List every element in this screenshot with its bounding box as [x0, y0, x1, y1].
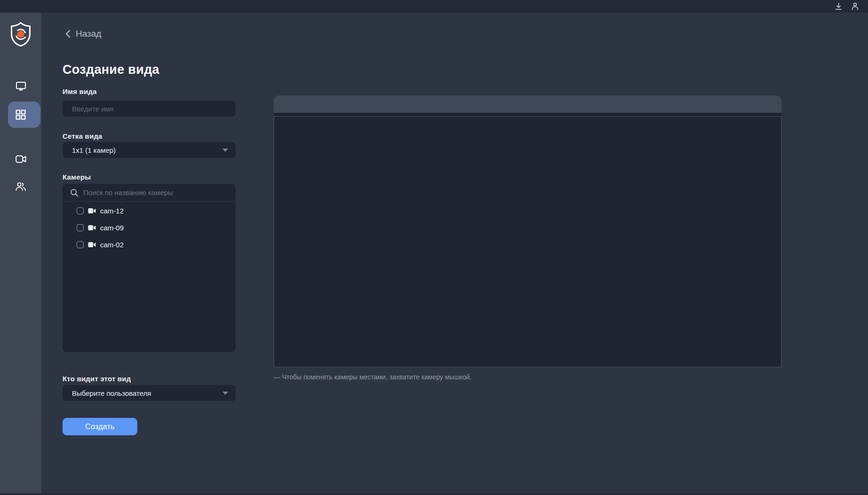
preview-drop-bar[interactable]: [274, 95, 781, 113]
users-icon: [15, 181, 26, 191]
camera-list-item[interactable]: cam-12: [63, 202, 236, 219]
sidebar-item-views[interactable]: [0, 101, 41, 129]
camera-checkbox[interactable]: [77, 241, 84, 248]
preview-gap-strip: [274, 113, 781, 116]
camera-name: cam-12: [100, 207, 124, 215]
camera-list-item[interactable]: cam-09: [63, 219, 236, 236]
camera-icon: [88, 208, 96, 214]
create-button[interactable]: Создать: [63, 418, 137, 435]
camera-list-item[interactable]: cam-02: [63, 236, 236, 253]
grid-select-value: 1x1 (1 камер): [72, 146, 222, 154]
view-name-input[interactable]: [72, 105, 228, 113]
sidebar-item-cameras[interactable]: [0, 145, 41, 173]
view-grid-preview[interactable]: [274, 116, 781, 367]
monitor-icon: [16, 81, 26, 91]
camera-list: cam-12cam-09cam-02: [63, 202, 236, 253]
grid-icon: [16, 110, 26, 120]
camera-checkbox[interactable]: [77, 224, 84, 231]
visibility-field-label: Кто видит этот вид: [63, 375, 131, 383]
app-logo-shield-icon: [9, 22, 32, 47]
camera-search-row: [63, 184, 236, 202]
chevron-down-icon: [222, 149, 228, 152]
back-button[interactable]: Назад: [65, 28, 101, 39]
top-bar: [0, 0, 868, 13]
back-label: Назад: [76, 29, 101, 39]
camera-picker-panel: cam-12cam-09cam-02: [63, 184, 236, 352]
preview-hint: — Чтобы поменять камеры местами, захвати…: [274, 373, 472, 381]
account-icon[interactable]: [850, 2, 860, 11]
grid-select[interactable]: 1x1 (1 камер): [63, 142, 236, 158]
page-title: Создание вида: [63, 63, 159, 77]
video-camera-icon: [16, 155, 26, 163]
grid-field-label: Сетка вида: [63, 132, 103, 140]
view-name-input-wrap: [63, 101, 236, 117]
sidebar-item-users[interactable]: [0, 172, 41, 200]
camera-icon: [88, 242, 96, 248]
visibility-select-value: Выберите пользователя: [72, 389, 222, 397]
camera-name: cam-09: [100, 224, 124, 232]
visibility-select[interactable]: Выберите пользователя: [63, 385, 236, 401]
bottom-edge-strip: [0, 493, 868, 495]
download-icon[interactable]: [834, 2, 843, 11]
chevron-left-icon: [65, 30, 71, 38]
camera-search-input[interactable]: [83, 189, 229, 196]
camera-name: cam-02: [100, 241, 124, 249]
sidebar-item-monitor[interactable]: [0, 72, 41, 100]
search-icon: [70, 189, 79, 197]
camera-checkbox[interactable]: [77, 207, 84, 214]
chevron-down-icon: [222, 392, 228, 395]
name-field-label: Имя вида: [63, 87, 97, 95]
cameras-field-label: Камеры: [63, 173, 91, 181]
sidebar: [0, 13, 41, 493]
camera-icon: [88, 225, 96, 231]
